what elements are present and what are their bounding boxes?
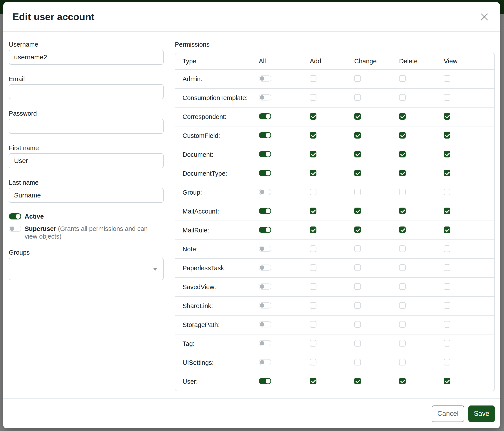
tag-change-checkbox[interactable] bbox=[354, 340, 361, 347]
savedview-view-checkbox[interactable] bbox=[444, 283, 450, 290]
note-change-checkbox[interactable] bbox=[354, 245, 361, 252]
mailaccount-view-checkbox[interactable] bbox=[444, 207, 450, 214]
uisettings-change-checkbox[interactable] bbox=[354, 359, 361, 366]
toggle-knob bbox=[266, 171, 270, 175]
customfield-view-checkbox[interactable] bbox=[444, 132, 450, 139]
user-view-checkbox[interactable] bbox=[444, 378, 450, 384]
document-view-checkbox[interactable] bbox=[444, 151, 450, 157]
mailaccount-delete-checkbox[interactable] bbox=[399, 207, 406, 214]
note-add-checkbox[interactable] bbox=[310, 245, 316, 252]
paperlesstask-view-checkbox[interactable] bbox=[444, 264, 450, 271]
correspondent-add-checkbox[interactable] bbox=[310, 113, 316, 120]
user-change-checkbox[interactable] bbox=[354, 378, 361, 384]
consumptiontemplate-add-checkbox[interactable] bbox=[310, 94, 316, 101]
note-all-toggle[interactable] bbox=[259, 246, 271, 252]
correspondent-change-checkbox[interactable] bbox=[354, 113, 361, 120]
mailrule-delete-checkbox[interactable] bbox=[399, 226, 406, 233]
groups-select[interactable] bbox=[9, 258, 164, 280]
mailrule-view-checkbox[interactable] bbox=[444, 226, 450, 233]
paperlesstask-add-checkbox[interactable] bbox=[310, 264, 316, 271]
mailaccount-change-checkbox[interactable] bbox=[354, 207, 361, 214]
superuser-toggle[interactable] bbox=[9, 226, 21, 232]
uisettings-view-checkbox[interactable] bbox=[444, 359, 450, 366]
sharelink-all-toggle[interactable] bbox=[259, 302, 271, 308]
admin-all-toggle[interactable] bbox=[259, 75, 271, 81]
mailrule-add-checkbox[interactable] bbox=[310, 226, 316, 233]
correspondent-all-toggle[interactable] bbox=[259, 113, 271, 119]
documenttype-change-checkbox[interactable] bbox=[354, 170, 361, 176]
email-input[interactable] bbox=[9, 84, 164, 99]
correspondent-view-checkbox[interactable] bbox=[444, 113, 450, 120]
note-delete-checkbox[interactable] bbox=[399, 245, 406, 252]
documenttype-delete-checkbox[interactable] bbox=[399, 170, 406, 176]
first-name-label: First name bbox=[9, 144, 164, 152]
document-delete-checkbox[interactable] bbox=[399, 151, 406, 157]
user-all-toggle[interactable] bbox=[259, 378, 271, 384]
group-add-checkbox[interactable] bbox=[310, 189, 316, 195]
user-add-checkbox[interactable] bbox=[310, 378, 316, 384]
consumptiontemplate-change-checkbox[interactable] bbox=[354, 94, 361, 101]
paperlesstask-delete-checkbox[interactable] bbox=[399, 264, 406, 271]
tag-add-checkbox[interactable] bbox=[310, 340, 316, 347]
customfield-delete-checkbox[interactable] bbox=[399, 132, 406, 139]
group-change-checkbox[interactable] bbox=[354, 189, 361, 195]
chevron-down-icon bbox=[153, 268, 158, 271]
admin-delete-checkbox[interactable] bbox=[399, 75, 406, 82]
first-name-input[interactable] bbox=[9, 153, 164, 168]
note-view-checkbox[interactable] bbox=[444, 245, 450, 252]
consumptiontemplate-delete-checkbox[interactable] bbox=[399, 94, 406, 101]
document-all-toggle[interactable] bbox=[259, 151, 271, 157]
customfield-change-checkbox[interactable] bbox=[354, 132, 361, 139]
documenttype-view-checkbox[interactable] bbox=[444, 170, 450, 176]
admin-add-checkbox[interactable] bbox=[310, 75, 316, 82]
storagepath-add-checkbox[interactable] bbox=[310, 321, 316, 328]
savedview-change-checkbox[interactable] bbox=[354, 283, 361, 290]
sharelink-change-checkbox[interactable] bbox=[354, 302, 361, 309]
user-delete-checkbox[interactable] bbox=[399, 378, 406, 384]
close-button[interactable] bbox=[478, 11, 491, 23]
group-all-toggle[interactable] bbox=[259, 189, 271, 195]
document-add-checkbox[interactable] bbox=[310, 151, 316, 157]
savedview-all-toggle[interactable] bbox=[259, 283, 271, 290]
document-change-checkbox[interactable] bbox=[354, 151, 361, 157]
mailrule-change-checkbox[interactable] bbox=[354, 226, 361, 233]
correspondent-delete-checkbox[interactable] bbox=[399, 113, 406, 120]
consumptiontemplate-view-checkbox[interactable] bbox=[444, 94, 450, 101]
storagepath-delete-checkbox[interactable] bbox=[399, 321, 406, 328]
save-button[interactable]: Save bbox=[468, 405, 495, 422]
uisettings-add-checkbox[interactable] bbox=[310, 359, 316, 366]
storagepath-all-toggle[interactable] bbox=[259, 321, 271, 327]
sharelink-view-checkbox[interactable] bbox=[444, 302, 450, 309]
savedview-add-checkbox[interactable] bbox=[310, 283, 316, 290]
admin-view-checkbox[interactable] bbox=[444, 75, 450, 82]
mailrule-all-toggle[interactable] bbox=[259, 227, 271, 233]
tag-view-checkbox[interactable] bbox=[444, 340, 450, 347]
documenttype-all-toggle[interactable] bbox=[259, 170, 271, 176]
password-input[interactable] bbox=[9, 119, 164, 134]
paperlesstask-change-checkbox[interactable] bbox=[354, 264, 361, 271]
customfield-all-toggle[interactable] bbox=[259, 132, 271, 138]
documenttype-add-checkbox[interactable] bbox=[310, 170, 316, 176]
customfield-add-checkbox[interactable] bbox=[310, 132, 316, 139]
savedview-delete-checkbox[interactable] bbox=[399, 283, 406, 290]
mailaccount-add-checkbox[interactable] bbox=[310, 207, 316, 214]
group-delete-checkbox[interactable] bbox=[399, 189, 406, 195]
consumptiontemplate-all-toggle[interactable] bbox=[259, 94, 271, 100]
paperlesstask-all-toggle[interactable] bbox=[259, 265, 271, 271]
sharelink-delete-checkbox[interactable] bbox=[399, 302, 406, 309]
active-toggle[interactable] bbox=[9, 213, 21, 219]
uisettings-delete-checkbox[interactable] bbox=[399, 359, 406, 366]
mailaccount-all-toggle[interactable] bbox=[259, 208, 271, 214]
sharelink-add-checkbox[interactable] bbox=[310, 302, 316, 309]
last-name-input[interactable] bbox=[9, 188, 164, 203]
storagepath-view-checkbox[interactable] bbox=[444, 321, 450, 328]
tag-all-toggle[interactable] bbox=[259, 340, 271, 346]
group-view-checkbox[interactable] bbox=[444, 189, 450, 195]
username-input[interactable] bbox=[9, 50, 164, 65]
tag-delete-checkbox[interactable] bbox=[399, 340, 406, 347]
admin-change-checkbox[interactable] bbox=[354, 75, 361, 82]
storagepath-change-checkbox[interactable] bbox=[354, 321, 361, 328]
cancel-button[interactable]: Cancel bbox=[432, 405, 464, 422]
uisettings-all-toggle[interactable] bbox=[259, 359, 271, 365]
groups-label: Groups bbox=[9, 249, 164, 256]
